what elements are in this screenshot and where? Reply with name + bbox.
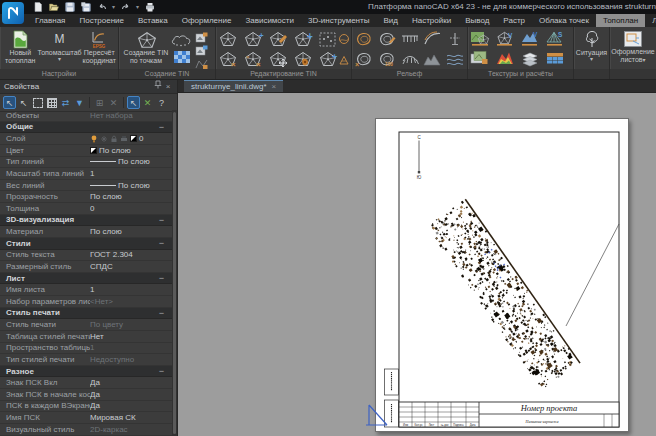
property-row[interactable]: Визуальный стиль 2D-каркас: [0, 424, 172, 436]
select-all-icon[interactable]: [45, 96, 58, 109]
properties-section-header[interactable]: Стиль печати −: [0, 308, 172, 320]
ribbon-tab[interactable]: 3D-инструменты: [301, 14, 377, 27]
collapse-icon[interactable]: −: [159, 238, 172, 248]
collapse-icon[interactable]: −: [159, 273, 172, 283]
properties-section-header[interactable]: Общие −: [0, 122, 172, 134]
help-icon[interactable]: ?: [155, 96, 168, 109]
drawing-name-text: Название чертежа: [525, 419, 559, 424]
color-swatch[interactable]: [90, 147, 97, 154]
property-row[interactable]: Таблица стилей печати Нет: [0, 331, 172, 343]
property-row[interactable]: Вес линий По слою: [0, 180, 172, 192]
property-row[interactable]: Набор параметров листа <Нет>: [0, 296, 172, 308]
property-row[interactable]: Прозрачность По слою: [0, 191, 172, 203]
property-row[interactable]: Цвет По слою: [0, 145, 172, 157]
sheet-design-button[interactable]: Оформление листов▾: [610, 30, 656, 64]
undo-icon[interactable]: [96, 1, 108, 13]
property-value: По слою: [90, 227, 122, 236]
property-row[interactable]: Имя ПСК Мировая СК: [0, 412, 172, 424]
svg-text:С: С: [417, 135, 421, 140]
select-window-icon[interactable]: [31, 96, 44, 109]
redo-icon[interactable]: [120, 1, 132, 13]
ribbon-tab[interactable]: Вид: [376, 14, 404, 27]
ribbon-tab[interactable]: Главная: [28, 14, 72, 27]
new-topoplan-button[interactable]: Новый топоплан: [4, 30, 37, 65]
panel-close-icon[interactable]: ×: [163, 81, 173, 93]
property-row[interactable]: Стиль текста ГОСТ 2.304: [0, 250, 172, 262]
collapse-icon[interactable]: −: [159, 122, 172, 132]
properties-section-header[interactable]: Разное −: [0, 366, 172, 378]
ribbon-tab[interactable]: Построение: [72, 14, 131, 27]
collapse-icon[interactable]: −: [159, 215, 172, 225]
layer-freeze-icon: [100, 135, 108, 143]
save-as-icon[interactable]: [80, 1, 92, 13]
recalc-coords-button[interactable]: EPSG Пересчёт координат: [83, 30, 116, 65]
collapse-icon[interactable]: −: [159, 366, 172, 376]
select-append-icon[interactable]: ↖: [3, 96, 16, 109]
document-tab[interactable]: strukturnye_linii.dwg* ×: [184, 80, 283, 92]
situation-button[interactable]: Ситуация ▾: [574, 30, 609, 62]
property-row[interactable]: Имя листа 1: [0, 284, 172, 296]
clear-selection-icon[interactable]: ✕: [141, 96, 154, 109]
ribbon-group-situation: Ситуация ▾: [574, 27, 610, 79]
property-row[interactable]: Стиль печати По цвету: [0, 319, 172, 331]
undo-dropdown-icon[interactable]: ▾: [112, 3, 116, 11]
property-row[interactable]: Тип стилей печати Недоступно: [0, 354, 172, 366]
save-icon[interactable]: [64, 1, 76, 13]
deselect-icon[interactable]: ✕: [107, 96, 120, 109]
model-canvas[interactable]: С Ю: [178, 93, 656, 436]
property-row[interactable]: Объекты Нет набора: [0, 110, 172, 122]
ribbon-tab[interactable]: Вывод: [458, 14, 496, 27]
select-icon[interactable]: ↖: [17, 96, 30, 109]
highlight-selection-icon[interactable]: ↖: [127, 96, 140, 109]
document-tab-close-icon[interactable]: ×: [272, 82, 277, 91]
properties-section-header[interactable]: Стили −: [0, 238, 172, 250]
print-icon[interactable]: [144, 1, 156, 13]
properties-scrollbar[interactable]: [172, 110, 177, 436]
collapse-icon[interactable]: −: [159, 308, 172, 318]
ribbon-group-edit-tin: + + × ×× + Редактирование TIN: [216, 27, 352, 79]
property-row[interactable]: Знак ПСК Вкл Да: [0, 377, 172, 389]
new-topoplan-label: Новый топоплан: [5, 49, 35, 65]
open-file-icon[interactable]: [48, 1, 60, 13]
property-row[interactable]: Знак ПСК в начале коор... Да: [0, 389, 172, 401]
tin-import-2-icon[interactable]: [195, 45, 208, 57]
toposcale-button[interactable]: M Топомасштаб ▾: [40, 30, 80, 62]
ribbon-tab[interactable]: Растр: [496, 14, 532, 27]
ribbon-tab[interactable]: Топоплан: [596, 14, 645, 27]
create-tin-by-points-button[interactable]: Создание TIN по точкам: [122, 30, 170, 65]
ribbon-tab[interactable]: Зависимости: [238, 14, 301, 27]
property-row[interactable]: Материал По слою: [0, 226, 172, 238]
quick-select-icon[interactable]: ⊞: [93, 96, 106, 109]
tin-grid-icon[interactable]: [173, 50, 191, 64]
nanocad-logo-icon[interactable]: [2, 2, 24, 24]
ribbon-tab[interactable]: Облака точек: [532, 14, 596, 27]
textures-icons[interactable]: V V S: [470, 29, 572, 70]
relief-icons[interactable]: × 100: [354, 29, 466, 70]
edit-tin-icons[interactable]: + + × ×× +: [217, 29, 351, 70]
svg-text:+: +: [332, 52, 337, 62]
swap-selection-icon[interactable]: ⇄: [59, 96, 72, 109]
property-row[interactable]: Слой 0: [0, 133, 172, 145]
ribbon-tab[interactable]: Оформление: [175, 14, 239, 27]
property-row[interactable]: Пространство таблицы с... 1: [0, 343, 172, 355]
tin-import-1-icon[interactable]: [195, 32, 208, 44]
property-row[interactable]: Тип линий По слою: [0, 157, 172, 169]
pin-icon[interactable]: [153, 80, 163, 93]
tin-from-cloud-icon[interactable]: [170, 32, 194, 48]
ribbon-tab[interactable]: Лист: [645, 14, 656, 27]
new-file-icon[interactable]: [32, 1, 44, 13]
layer-print-icon: [120, 135, 128, 143]
ribbon-tab[interactable]: Настройки: [405, 14, 458, 27]
property-row[interactable]: ПСК в каждом ВЭкране Да: [0, 401, 172, 413]
property-row[interactable]: Размерный стиль СПДС: [0, 261, 172, 273]
ribbon-tab[interactable]: Вставка: [131, 14, 175, 27]
property-row[interactable]: Масштаб типа линий 1: [0, 168, 172, 180]
property-row[interactable]: Толщина 0: [0, 203, 172, 215]
properties-section-header[interactable]: Лист −: [0, 273, 172, 285]
properties-section-header[interactable]: 3D-визуализация −: [0, 215, 172, 227]
recalc-coords-icon: EPSG: [90, 30, 108, 49]
layer-color-swatch[interactable]: [130, 135, 137, 142]
redo-dropdown-icon[interactable]: ▾: [136, 3, 140, 11]
selection-filter-icon[interactable]: ▼: [73, 96, 86, 109]
create-tin-label: Создание TIN по точкам: [124, 49, 169, 65]
